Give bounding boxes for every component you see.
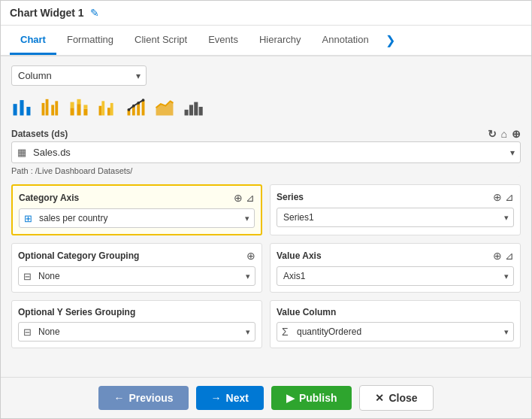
svg-rect-11 (83, 109, 87, 116)
chart-type-row: Column Bar Line Pie Donut Area Scatter ▾ (11, 65, 521, 86)
tabs-bar: Chart Formatting Client Script Events Hi… (1, 26, 531, 56)
column-stacked2-icon[interactable] (97, 96, 118, 117)
value-axis-filter-icon[interactable]: ⊿ (505, 250, 514, 262)
svg-rect-27 (189, 105, 193, 115)
publish-label: Publish (299, 392, 337, 404)
optional-category-icons: ⊕ (246, 250, 255, 262)
previous-label: Previous (128, 392, 173, 404)
line-chart-icon[interactable] (125, 96, 147, 117)
optional-y-series-header: Optional Y Series Grouping (18, 307, 255, 317)
previous-button[interactable]: ← Previous (98, 386, 188, 410)
stacked-bar-chart-icon[interactable] (68, 96, 89, 117)
svg-rect-6 (55, 101, 58, 115)
category-axis-title: Category Axis (19, 193, 79, 203)
dataset-select[interactable]: Sales.ds (11, 141, 521, 163)
tab-annotation[interactable]: Annotation (312, 26, 379, 55)
chart-icons-row (11, 93, 521, 120)
axis-grid: Category Axis ⊕ ⊿ ⊞ sales per country ▾ (11, 184, 521, 348)
value-column-select[interactable]: quantityOrdered (277, 322, 514, 342)
value-axis-select[interactable]: Axis1 (277, 266, 514, 286)
close-button[interactable]: ✕ Close (359, 385, 433, 411)
svg-rect-20 (142, 100, 145, 115)
edit-icon[interactable]: ✎ (90, 7, 99, 19)
category-axis-select[interactable]: sales per country (19, 208, 255, 228)
tab-formatting[interactable]: Formatting (56, 26, 124, 55)
series-section: Series ⊕ ⊿ Series1 ▾ (270, 184, 521, 235)
svg-point-23 (137, 102, 140, 105)
category-axis-filter-icon[interactable]: ⊿ (246, 192, 255, 204)
scatter-chart-icon[interactable] (183, 96, 204, 117)
left-arrow-icon: ← (113, 392, 124, 404)
optional-category-select[interactable]: None (18, 266, 255, 286)
value-column-select-wrapper: Σ quantityOrdered ▾ (277, 322, 514, 342)
svg-rect-29 (199, 107, 203, 115)
series-select[interactable]: Series1 (277, 208, 514, 227)
series-title: Series (277, 192, 304, 202)
optional-category-expand-icon[interactable]: ⊕ (246, 250, 255, 262)
svg-rect-3 (42, 103, 45, 116)
svg-rect-8 (71, 102, 74, 108)
tab-hierarchy[interactable]: Hierarchy (249, 26, 312, 55)
dataset-select-wrapper: Sales.ds ▦ ▾ (11, 141, 521, 163)
optional-y-series-section: Optional Y Series Grouping ⊟ None ▾ (11, 300, 262, 348)
svg-point-22 (132, 105, 135, 108)
home-icon[interactable]: ⌂ (501, 128, 507, 140)
title-bar: Chart Widget 1 ✎ (1, 1, 531, 26)
plus-circle-icon[interactable]: ⊕ (512, 128, 521, 140)
next-label: Next (226, 392, 249, 404)
refresh-icon[interactable]: ↻ (488, 128, 497, 140)
svg-rect-16 (110, 103, 113, 116)
value-axis-section: Value Axis ⊕ ⊿ Axis1 ▾ (270, 243, 521, 293)
svg-rect-26 (185, 110, 189, 116)
optional-y-series-title: Optional Y Series Grouping (18, 307, 135, 317)
svg-rect-1 (20, 100, 23, 115)
svg-rect-5 (51, 105, 54, 115)
category-axis-header: Category Axis ⊕ ⊿ (19, 192, 255, 204)
svg-marker-25 (156, 101, 174, 115)
category-axis-expand-icon[interactable]: ⊕ (234, 192, 243, 204)
value-axis-select-wrapper: Axis1 ▾ (277, 266, 514, 286)
column-chart-icon[interactable] (11, 96, 32, 117)
svg-rect-7 (71, 108, 74, 115)
category-axis-select-wrapper: ⊞ sales per country ▾ (19, 208, 255, 228)
value-column-section: Value Column Σ quantityOrdered ▾ (270, 300, 521, 348)
svg-point-24 (142, 99, 145, 102)
close-label: Close (388, 392, 417, 404)
footer: ← Previous → Next ▶ Publish ✕ Close (1, 377, 531, 418)
svg-rect-10 (77, 99, 80, 104)
svg-rect-2 (26, 107, 30, 115)
tab-chart[interactable]: Chart (10, 26, 56, 55)
svg-rect-12 (83, 105, 87, 108)
next-button[interactable]: → Next (196, 386, 264, 410)
series-select-wrapper: Series1 ▾ (277, 208, 514, 227)
series-filter-icon[interactable]: ⊿ (505, 191, 514, 203)
datasets-label: Datasets (ds) ↻ ⌂ ⊕ (11, 128, 521, 140)
publish-play-icon: ▶ (286, 392, 295, 404)
right-arrow-icon: → (211, 392, 222, 404)
grouped-bar-chart-icon[interactable] (40, 96, 61, 117)
category-axis-section: Category Axis ⊕ ⊿ ⊞ sales per country ▾ (11, 184, 262, 235)
tab-client-script[interactable]: Client Script (124, 26, 198, 55)
main-content: Column Bar Line Pie Donut Area Scatter ▾ (1, 56, 531, 377)
chart-type-select[interactable]: Column Bar Line Pie Donut Area Scatter (11, 65, 147, 86)
close-x-icon: ✕ (375, 392, 384, 404)
optional-category-section: Optional Category Grouping ⊕ ⊟ None ▾ (11, 243, 262, 293)
optional-category-title: Optional Category Grouping (18, 250, 139, 261)
publish-button[interactable]: ▶ Publish (271, 386, 352, 410)
svg-rect-15 (107, 108, 110, 115)
optional-y-series-select-wrapper: ⊟ None ▾ (18, 322, 255, 342)
svg-rect-19 (137, 103, 140, 116)
series-expand-icon[interactable]: ⊕ (493, 191, 502, 203)
optional-y-series-select[interactable]: None (18, 322, 255, 342)
value-axis-icons: ⊕ ⊿ (493, 250, 514, 262)
tab-events[interactable]: Events (198, 26, 249, 55)
svg-point-21 (128, 108, 131, 111)
tabs-more-icon[interactable]: ❯ (379, 26, 401, 55)
value-axis-expand-icon[interactable]: ⊕ (493, 250, 502, 262)
area-chart-icon[interactable] (154, 96, 175, 117)
svg-rect-0 (14, 104, 17, 115)
svg-rect-28 (194, 102, 198, 116)
value-column-header: Value Column (277, 307, 514, 317)
value-axis-header: Value Axis ⊕ ⊿ (277, 250, 514, 262)
window: Chart Widget 1 ✎ Chart Formatting Client… (0, 0, 532, 419)
